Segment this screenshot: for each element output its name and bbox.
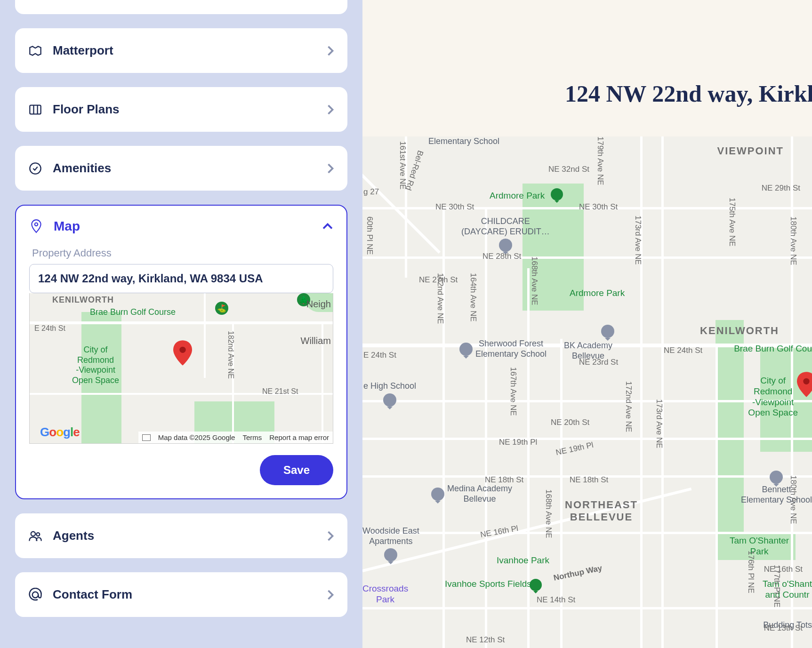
street-168a: 168th Ave NE bbox=[530, 256, 539, 305]
street-g27: g 27 bbox=[363, 187, 379, 197]
street-164: 164th Ave NE bbox=[468, 273, 478, 322]
street-173a: 173rd Ave NE bbox=[633, 216, 643, 265]
svg-point-3 bbox=[179, 347, 185, 353]
save-button[interactable]: Save bbox=[260, 455, 333, 485]
mini-map-label-william: William bbox=[301, 336, 331, 346]
street-ne30-r: NE 30th St bbox=[579, 202, 618, 212]
agents-icon bbox=[28, 529, 42, 543]
chevron-right-icon bbox=[327, 45, 334, 56]
golf-icon: ⛳ bbox=[215, 302, 228, 315]
chevron-right-icon bbox=[327, 530, 334, 542]
street-161: 161st Ave NE bbox=[398, 141, 407, 190]
poi-icon bbox=[601, 325, 614, 338]
panel-floorplans[interactable]: Floor Plans bbox=[15, 87, 347, 132]
panel-label: Floor Plans bbox=[53, 102, 316, 117]
mini-map-park-redmond: City of Redmond -Viewpoint Open Space bbox=[72, 345, 119, 385]
svg-point-1 bbox=[30, 163, 40, 174]
map-pin-icon bbox=[29, 219, 43, 233]
park-ardmore: Ardmore Park bbox=[490, 191, 545, 201]
park-ivanhoe: Ivanhoe Park bbox=[497, 555, 549, 566]
panel-label: Contact Form bbox=[53, 587, 316, 602]
park-redmond: City of Redmond -Viewpoint Open Space bbox=[748, 376, 798, 418]
park-ardmore2: Ardmore Park bbox=[570, 288, 625, 299]
floorplans-icon bbox=[28, 103, 42, 117]
area-viewpoint: VIEWPOINT bbox=[717, 145, 784, 157]
poi-icon bbox=[499, 239, 512, 252]
poi-icon bbox=[459, 343, 473, 356]
street-ne18l: NE 18th St bbox=[485, 475, 523, 485]
main-preview: 124 NW 22nd way, Kirkla VIEWPOINT KENILW… bbox=[362, 0, 812, 648]
street-175: 175th Ave NE bbox=[727, 198, 737, 247]
poi-childcare: CHILDCARE (DAYCARE) ERUDIT… bbox=[461, 216, 550, 253]
svg-point-4 bbox=[31, 531, 35, 536]
street-162: 162nd Ave NE bbox=[435, 273, 445, 324]
street-160pl: 60th Pl NE bbox=[365, 216, 374, 255]
panel-label: Map bbox=[54, 219, 312, 234]
park-braeburn: Brae Burn Golf Cou bbox=[734, 344, 812, 354]
street-180b: 180th Ave NE bbox=[788, 475, 798, 524]
svg-point-7 bbox=[803, 378, 809, 384]
poi-icon bbox=[431, 488, 444, 501]
street-ne30-l: NE 30th St bbox=[435, 202, 474, 212]
map-attr-terms[interactable]: Terms bbox=[242, 433, 262, 441]
panel-previous-stub bbox=[15, 0, 347, 14]
map-marker-icon bbox=[173, 340, 192, 366]
panel-label: Matterport bbox=[53, 43, 316, 58]
street-172: 172nd Ave NE bbox=[624, 381, 633, 432]
keyboard-icon bbox=[142, 434, 151, 441]
svg-point-2 bbox=[35, 223, 38, 226]
panel-map: Map Property Address KENILWORTH Brae Bur… bbox=[15, 205, 347, 499]
contact-icon bbox=[28, 588, 42, 602]
poi-icon bbox=[383, 393, 396, 407]
street-e24l: E 24th St bbox=[363, 351, 396, 360]
street-ne28: NE 28th St bbox=[482, 252, 521, 261]
amenities-icon bbox=[28, 161, 42, 176]
panel-agents[interactable]: Agents bbox=[15, 513, 347, 558]
mini-map-park-braeburn: Brae Burn Golf Course bbox=[90, 307, 176, 318]
panel-matterport[interactable]: Matterport bbox=[15, 28, 347, 73]
matterport-icon bbox=[28, 44, 42, 58]
mini-map-area-kenilworth: KENILWORTH bbox=[52, 295, 114, 305]
street-ne23: NE 23rd St bbox=[579, 358, 618, 367]
street-ne20: NE 20th St bbox=[551, 418, 589, 427]
address-field-label: Property Address bbox=[29, 247, 333, 259]
map-attr-data: Map data ©2025 Google bbox=[158, 433, 235, 441]
panel-amenities[interactable]: Amenities bbox=[15, 146, 347, 191]
park-pin-icon bbox=[551, 188, 563, 200]
poi-ehs: e High School bbox=[363, 381, 416, 408]
poi-icon bbox=[384, 548, 397, 561]
property-address-input[interactable] bbox=[29, 264, 333, 293]
street-ne24: NE 24th St bbox=[664, 346, 702, 355]
panel-map-header[interactable]: Map bbox=[29, 219, 333, 234]
panel-label: Amenities bbox=[53, 161, 316, 176]
street-180a: 180th Ave NE bbox=[788, 216, 798, 265]
park-pin-icon bbox=[530, 579, 542, 591]
park-ivanhoe-sports: Ivanhoe Sports Fields bbox=[445, 579, 531, 590]
svg-point-6 bbox=[32, 592, 39, 598]
area-kenilworth: KENILWORTH bbox=[700, 325, 779, 337]
sidebar: Matterport Floor Plans Amenities Map bbox=[0, 0, 362, 648]
poi-woodside: Woodside East Apartments bbox=[362, 526, 419, 562]
svg-point-5 bbox=[36, 533, 40, 536]
panel-contact[interactable]: Contact Form bbox=[15, 572, 347, 617]
mini-map[interactable]: KENILWORTH Brae Burn Golf Course ⛳ 🌲 E 2… bbox=[29, 293, 333, 444]
mini-map-street-e24th: E 24th St bbox=[34, 324, 65, 333]
chevron-up-icon bbox=[322, 223, 333, 230]
street-173b: 173rd Ave NE bbox=[654, 399, 664, 448]
street-179: 179th Ave NE bbox=[595, 136, 605, 185]
big-map[interactable]: VIEWPOINT KENILWORTH NORTHEAST BELLEVUE … bbox=[362, 136, 812, 648]
street-176: 176th Pl NE bbox=[746, 551, 756, 593]
street-ne14: NE 14th St bbox=[537, 595, 575, 605]
mini-map-street-182nd: 182nd Ave NE bbox=[226, 331, 235, 379]
street-ne19l: NE 19th Pl bbox=[499, 438, 537, 447]
chevron-right-icon bbox=[327, 104, 334, 115]
street-ne16r: NE 16th St bbox=[764, 565, 803, 574]
chevron-right-icon bbox=[327, 589, 334, 600]
poi-icon bbox=[770, 471, 783, 484]
svg-rect-0 bbox=[30, 105, 40, 114]
map-attr-report[interactable]: Report a map error bbox=[269, 433, 329, 441]
park-tam: Tam O'Shanter Park bbox=[730, 536, 789, 557]
street-ne13: NE 13th St bbox=[764, 624, 803, 633]
mini-map-label-neigh: Neigh bbox=[306, 299, 331, 310]
park-crossroads: Crossroads Park bbox=[362, 584, 408, 605]
